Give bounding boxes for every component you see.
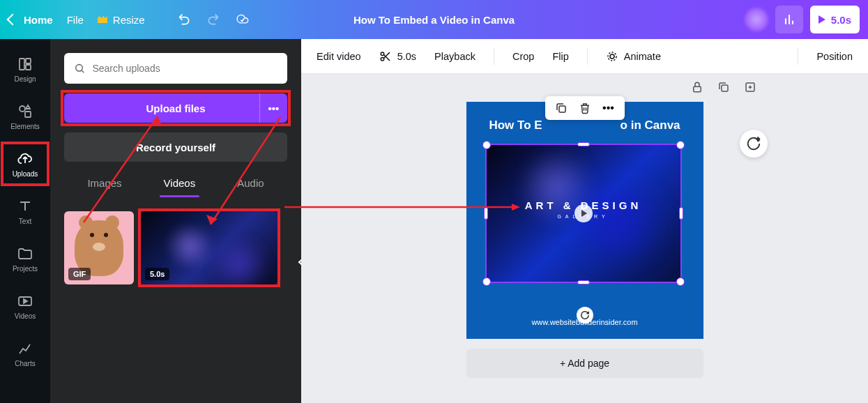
uploads-icon (17, 151, 33, 167)
resize-handle[interactable] (484, 207, 488, 220)
svg-rect-2 (26, 65, 31, 70)
file-menu[interactable]: File (67, 14, 84, 26)
separator (798, 48, 798, 65)
svg-rect-15 (694, 86, 701, 92)
svg-text:+: + (756, 137, 760, 143)
search-icon (74, 62, 85, 75)
rail-elements[interactable]: Elements (1, 95, 49, 138)
crown-icon (98, 16, 107, 23)
search-box[interactable] (64, 53, 287, 84)
selection-toolbar: ••• (545, 96, 625, 120)
duplicate-button[interactable] (555, 102, 568, 114)
videos-icon (17, 293, 33, 310)
resize-handle[interactable] (676, 141, 685, 149)
crop-button[interactable]: Crop (512, 51, 534, 62)
more-icon: ••• (602, 102, 614, 114)
projects-icon (17, 245, 33, 262)
play-icon (818, 15, 825, 24)
redo-button[interactable] (206, 13, 220, 26)
separator (494, 48, 494, 65)
resize-handle[interactable] (482, 277, 491, 286)
analytics-button[interactable] (775, 6, 803, 33)
delete-button[interactable] (579, 102, 591, 114)
charts-icon (17, 340, 33, 357)
thumbnails: GIF 5.0s (64, 211, 287, 284)
page-actions (691, 81, 756, 93)
trim-button[interactable]: 5.0s (379, 50, 416, 63)
resize-handle[interactable] (482, 141, 491, 149)
canvas-page[interactable]: ••• How To E o in Canva ART & DESIGN GAL… (466, 102, 703, 339)
canvas-wrap: Edit video 5.0s Playback Crop Flip Anima… (301, 39, 868, 403)
rail-label: Videos (15, 312, 36, 320)
animate-button[interactable]: Animate (606, 50, 661, 63)
play-center-icon[interactable] (574, 204, 593, 222)
tab-videos[interactable]: Videos (164, 177, 196, 189)
rail-text[interactable]: Text (1, 190, 49, 233)
lock-icon[interactable] (691, 81, 703, 93)
add-page-icon[interactable] (744, 81, 756, 93)
page-url: www.websitebuilderinsider.com (531, 318, 637, 326)
add-page-button[interactable]: + Add page (466, 349, 703, 378)
top-left-group: Home File Resize (8, 13, 250, 26)
rail-design[interactable]: Design (1, 47, 49, 91)
uploads-panel: Upload files ••• Record yourself Images … (50, 39, 301, 403)
resize-button[interactable]: Resize (98, 14, 145, 26)
search-input[interactable] (92, 63, 277, 74)
svg-rect-16 (722, 85, 728, 91)
playback-button[interactable]: Playback (434, 51, 475, 62)
editor-viewport: ••• How To E o in Canva ART & DESIGN GAL… (301, 74, 868, 403)
top-bar: Home File Resize How To Embed a Video in… (0, 0, 868, 39)
rail-label: Uploads (13, 170, 38, 178)
undo-button[interactable] (177, 13, 191, 26)
top-icon-group (177, 13, 250, 26)
context-toolbar: Edit video 5.0s Playback Crop Flip Anima… (301, 39, 868, 74)
page-title-split: How To E o in Canva (466, 119, 703, 132)
edit-video-button[interactable]: Edit video (317, 51, 361, 62)
flip-button[interactable]: Flip (552, 51, 568, 62)
rail-charts[interactable]: Charts (1, 332, 49, 375)
gif-thumbnail[interactable]: GIF (64, 211, 134, 284)
left-rail: Design Elements Uploads Text Projects Vi… (0, 39, 50, 403)
video-thumbnail[interactable]: 5.0s (141, 211, 277, 284)
panel-tabs: Images Videos Audio (64, 177, 287, 189)
tab-audio[interactable]: Audio (237, 177, 264, 189)
more-icon: ••• (268, 102, 280, 114)
animate-label: Animate (624, 51, 661, 62)
add-page-label: + Add page (560, 358, 609, 369)
elements-icon (17, 103, 33, 120)
home-button[interactable]: Home (8, 14, 53, 26)
more-button[interactable]: ••• (602, 102, 615, 114)
rail-projects[interactable]: Projects (1, 237, 49, 280)
resize-handle[interactable] (679, 207, 683, 220)
video-element[interactable]: ART & DESIGN GALLERY (485, 144, 682, 283)
record-yourself-button[interactable]: Record yourself (64, 132, 287, 162)
regenerate-fab[interactable]: + (740, 130, 768, 158)
svg-point-13 (610, 54, 614, 59)
document-title[interactable]: How To Embed a Video in Canva (353, 14, 515, 26)
upload-more-button[interactable]: ••• (259, 93, 287, 123)
rail-label: Elements (10, 123, 40, 130)
upload-files-button[interactable]: Upload files ••• (64, 93, 287, 123)
position-button[interactable]: Position (816, 51, 853, 62)
gif-badge: GIF (68, 268, 91, 280)
present-button[interactable]: 5.0s (810, 6, 860, 33)
resize-label: Resize (113, 14, 145, 26)
duplicate-icon[interactable] (717, 81, 730, 93)
resize-handle[interactable] (577, 280, 590, 284)
resize-handle[interactable] (676, 277, 685, 286)
rail-uploads[interactable]: Uploads (1, 142, 49, 185)
svg-point-6 (76, 65, 83, 72)
svg-rect-1 (26, 59, 31, 63)
annotation-arrow (81, 112, 165, 224)
record-label: Record yourself (136, 142, 215, 153)
avatar[interactable] (745, 8, 768, 31)
resize-handle[interactable] (577, 142, 590, 146)
duration-badge: 5.0s (145, 268, 169, 280)
rail-videos[interactable]: Videos (1, 284, 49, 328)
rail-label: Design (14, 75, 36, 83)
scissors-icon (379, 50, 392, 63)
tab-images[interactable]: Images (87, 177, 121, 189)
rail-label: Text (19, 218, 31, 225)
cloud-sync-icon[interactable] (236, 13, 250, 26)
rail-label: Charts (15, 360, 35, 367)
